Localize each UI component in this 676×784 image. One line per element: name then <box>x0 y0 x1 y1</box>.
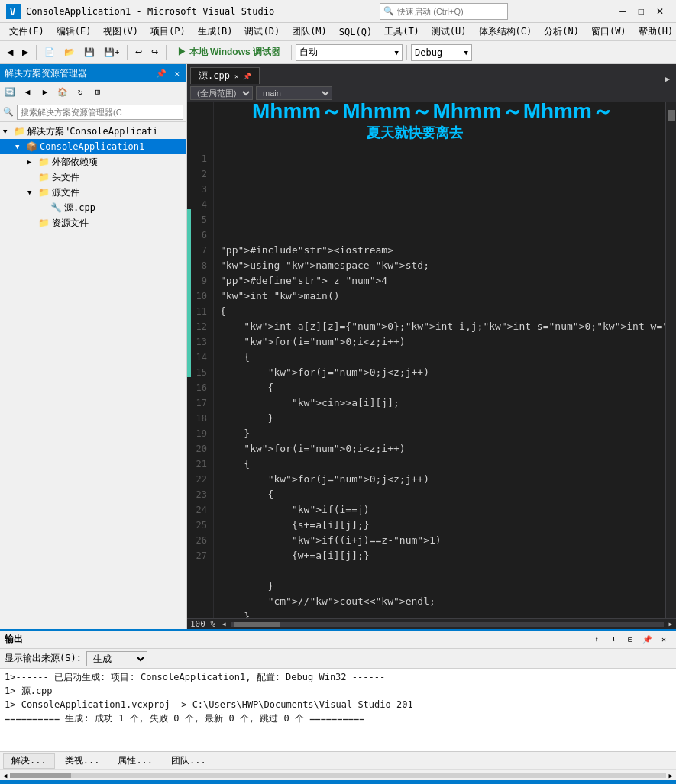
output-line: 1> ConsoleApplication1.vcxproj -> C:\Use… <box>5 698 671 711</box>
bottom-hscroll-thumb[interactable] <box>10 773 71 778</box>
se-search-input[interactable] <box>17 105 183 120</box>
code-line: "kw">for(j="num">0;j<z;j++) <box>220 365 665 380</box>
solution-panel-title: 解决方案资源管理器 <box>5 67 87 80</box>
editor-vscroll[interactable] <box>665 102 676 618</box>
tree-item-icon: 📦 <box>26 141 37 152</box>
output-source-select[interactable]: 生成 <box>86 651 147 666</box>
menu-item-U[interactable]: 测试(U) <box>425 24 473 40</box>
menu-item-W[interactable]: 窗口(W) <box>585 24 632 40</box>
code-line: "kw">using "kw">namespace "kw">std; <box>220 258 665 273</box>
tree-item-label: 资源文件 <box>52 217 89 230</box>
code-line: "kw">for(j="num">0;j<z;j++) <box>220 472 665 487</box>
debug-label: Debug <box>415 47 442 58</box>
editor-body: 1234567891011121314151617181920212223242… <box>187 102 676 629</box>
menu-item-M[interactable]: 团队(M) <box>286 24 333 40</box>
toolbar-forward-btn[interactable]: ▶ <box>18 45 32 60</box>
output-line: 1>------ 已启动生成: 项目: ConsoleApplication1,… <box>5 670 671 684</box>
toolbar-new-btn[interactable]: 📄 <box>40 45 59 60</box>
output-line: ========== 生成: 成功 1 个, 失败 0 个, 最新 0 个, 跳… <box>5 711 671 725</box>
output-close-btn[interactable]: ✕ <box>656 633 671 647</box>
hscroll-thumb[interactable] <box>234 622 280 627</box>
hscroll-right-btn[interactable]: ▶ <box>665 619 676 630</box>
line-numbers: 1234567891011121314151617181920212223242… <box>191 102 214 618</box>
output-panel-title: 输出 <box>5 633 23 646</box>
menu-item-T[interactable]: 工具(T) <box>378 24 425 40</box>
se-toolbar-back-btn[interactable]: ◀ <box>19 85 36 100</box>
se-toolbar-home-btn[interactable]: 🏠 <box>54 85 71 100</box>
panel-close-icon[interactable]: ✕ <box>172 68 182 79</box>
quick-launch-input[interactable] <box>397 7 504 16</box>
tree-item-resource-files[interactable]: 📁资源文件 <box>0 215 186 231</box>
bottom-tab-2[interactable]: 属性... <box>109 753 161 769</box>
output-line: 1> 源.cpp <box>5 684 671 698</box>
menu-item-E[interactable]: 编辑(E) <box>50 24 98 40</box>
code-line: { <box>220 350 665 365</box>
menu-item-C[interactable]: 体系结构(C) <box>473 24 539 40</box>
se-toolbar-sync-btn[interactable]: 🔄 <box>2 85 18 100</box>
editor-hscroll[interactable]: 100 % ◀ ▶ <box>187 618 676 629</box>
tree-item-external-deps[interactable]: ▶📁外部依赖项 <box>0 154 186 169</box>
tab-modified-icon: ✕ <box>234 73 238 80</box>
se-toolbar-filter-btn[interactable]: ⊞ <box>89 85 106 100</box>
code-line: "kw">for(i="num">0;i<z;i++) <box>220 334 665 350</box>
tree-item-icon: 🔧 <box>50 202 62 213</box>
tree-item-source-files[interactable]: ▼📁源文件 <box>0 185 186 200</box>
scope-dropdown-main[interactable]: main <box>256 86 332 100</box>
tab-scroll-arrow[interactable]: ▶ <box>661 74 673 84</box>
tree-item-label: 外部依赖项 <box>52 156 98 169</box>
toolbar-redo-btn[interactable]: ↪ <box>147 45 162 60</box>
tree-item-header-files[interactable]: 📁头文件 <box>0 169 186 185</box>
menu-item-V[interactable]: 视图(V) <box>97 24 144 40</box>
menu-item-B[interactable]: 生成(B) <box>192 24 239 40</box>
app-title: ConsoleApplication1 - Microsoft Visual S… <box>26 6 274 17</box>
overlay-text-2: 夏天就快要离去 <box>367 125 463 140</box>
bottom-hscroll-right[interactable]: ▶ <box>669 772 673 779</box>
output-icon-btn-3[interactable]: ⊟ <box>623 633 638 647</box>
menu-item-SQLQ[interactable]: SQL(Q) <box>333 25 378 39</box>
quick-launch-box[interactable]: 🔍 <box>380 3 508 20</box>
hscroll-left-btn[interactable]: ◀ <box>218 619 229 630</box>
menu-item-N[interactable]: 分析(N) <box>538 24 585 40</box>
editor-tab-source-cpp[interactable]: 源.cpp ✕ 📌 <box>190 67 260 84</box>
toolbar-save-btn[interactable]: 💾 <box>80 45 99 60</box>
code-line: { <box>220 457 665 472</box>
se-toolbar-refresh-btn[interactable]: ↻ <box>72 85 89 100</box>
chevron-icon: ▼ <box>3 127 14 135</box>
bottom-tab-0[interactable]: 解决... <box>3 753 55 769</box>
bottom-hscroll[interactable]: ◀ ▶ <box>0 769 676 780</box>
menu-item-D[interactable]: 调试(D) <box>238 24 286 40</box>
output-pin-btn[interactable]: 📌 <box>639 633 655 647</box>
debug-dropdown[interactable]: Debug ▼ <box>411 44 472 61</box>
menu-item-F[interactable]: 文件(F) <box>3 24 50 40</box>
code-line: } <box>220 426 665 441</box>
code-content[interactable]: Mhmm～Mhmm～Mhmm～Mhmm～ 夏天就快要离去 "pp">#inclu… <box>214 102 665 618</box>
toolbar-open-btn[interactable]: 📂 <box>60 45 79 60</box>
minimize-button[interactable]: ─ <box>613 5 632 18</box>
config-dropdown[interactable]: 自动 ▼ <box>296 44 403 61</box>
output-icon-btn-2[interactable]: ⬇ <box>606 633 621 647</box>
tree-item-source-cpp[interactable]: 🔧源.cpp <box>0 200 186 215</box>
toolbar-undo-btn[interactable]: ↩ <box>131 45 146 60</box>
close-button[interactable]: ✕ <box>650 5 670 18</box>
scope-dropdown-global[interactable]: (全局范围) <box>190 86 253 100</box>
maximize-button[interactable]: □ <box>632 5 650 18</box>
bottom-tab-3[interactable]: 团队... <box>163 753 215 769</box>
config-label: 自动 <box>299 46 318 59</box>
run-button[interactable]: ▶ 本地 Windows 调试器 <box>170 44 287 61</box>
tree-item-label: 源.cpp <box>64 202 95 215</box>
tree-item-project-node[interactable]: ▼📦ConsoleApplication1 <box>0 139 186 154</box>
code-line: { <box>220 487 665 502</box>
solution-explorer-panel: 解决方案资源管理器 📌 ✕ 🔄 ◀ ▶ 🏠 ↻ ⊞ 🔍 ▼📁解决方案"Conso… <box>0 64 187 629</box>
se-toolbar-forward-btn[interactable]: ▶ <box>37 85 53 100</box>
toolbar-saveall-btn[interactable]: 💾+ <box>100 45 123 60</box>
tree-item-solution-root[interactable]: ▼📁解决方案"ConsoleApplicati <box>0 124 186 139</box>
bottom-hscroll-left[interactable]: ◀ <box>3 772 7 779</box>
menu-item-P[interactable]: 项目(P) <box>144 24 192 40</box>
menu-item-H[interactable]: 帮助(H) <box>632 24 676 40</box>
code-line: "kw">if(i==j) <box>220 502 665 518</box>
panel-pin-icon[interactable]: 📌 <box>154 68 169 79</box>
output-icon-btn-1[interactable]: ⬆ <box>589 633 604 647</box>
toolbar-back-btn[interactable]: ◀ <box>3 45 17 60</box>
bottom-tab-1[interactable]: 类视... <box>57 753 108 769</box>
title-bar: V ConsoleApplication1 - Microsoft Visual… <box>0 0 676 23</box>
